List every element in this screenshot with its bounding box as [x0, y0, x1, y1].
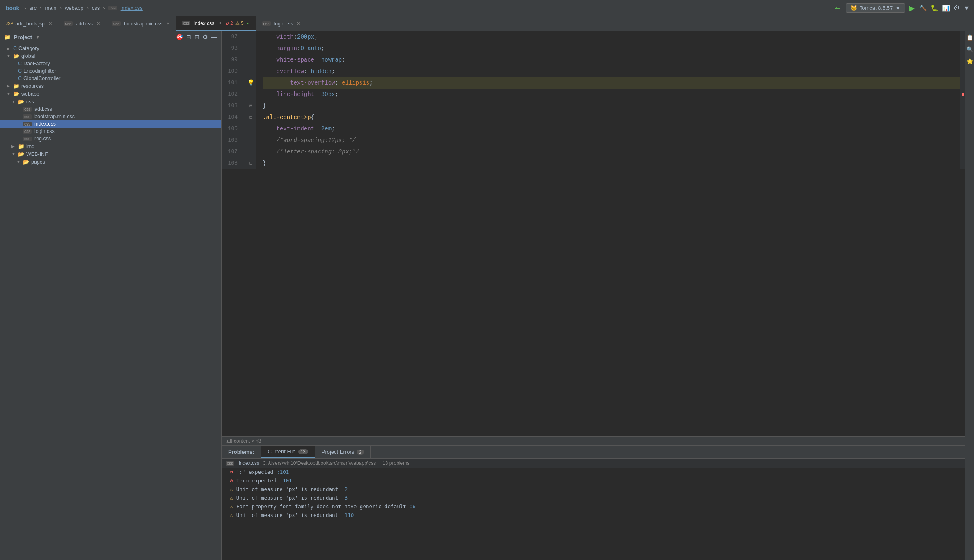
tree-item-index-css[interactable]: css index.css	[0, 120, 221, 128]
tab-add-css[interactable]: css add.css ✕	[58, 16, 106, 31]
tree-arrow-global: ▼	[7, 54, 11, 58]
close-tab-login-css[interactable]: ✕	[297, 21, 300, 26]
gutter-99	[246, 54, 256, 66]
tab-bootstrap-min-css[interactable]: css bootstrap.min.css ✕	[106, 16, 176, 31]
tab-add-book-jsp[interactable]: JSP add_book.jsp ✕	[0, 16, 58, 31]
tree-item-pages[interactable]: ▼ 📂 pages	[0, 158, 221, 166]
dropdown-icon[interactable]: ▼	[963, 5, 970, 12]
close-tab-index-css[interactable]: ✕	[218, 21, 222, 26]
tab-label-index-css: index.css	[194, 21, 214, 26]
top-bar-right: ← 🐱 Tomcat 8.5.57 ▼ ▶ 🔨 🐛 📊 ⏱ ▼	[834, 3, 970, 13]
code-line-104: .alt-content>p{	[263, 112, 960, 123]
activity-icon-1[interactable]: 📋	[967, 34, 973, 41]
close-tab-add-css[interactable]: ✕	[96, 21, 100, 26]
fold-icon-108[interactable]: ⊟	[249, 158, 252, 169]
problem-row-4[interactable]: ⚠ Unit of measure 'px' is redundant :3	[222, 494, 965, 502]
activity-icon-2[interactable]: 🔍	[967, 46, 973, 53]
tree-item-css-folder[interactable]: ▼ 📂 css	[0, 98, 221, 105]
back-arrow-icon[interactable]: ←	[834, 3, 842, 13]
gutter-101[interactable]: 💡	[246, 77, 256, 89]
problem-message-1: ':' expected	[236, 469, 273, 475]
tomcat-selector[interactable]: 🐱 Tomcat 8.5.57 ▼	[846, 3, 905, 13]
code-line-107: /*letter-spacing: 3px;*/	[263, 146, 960, 158]
problem-message-5: Font property font-family does not have …	[236, 503, 406, 510]
tree-item-web-inf[interactable]: ▼ 📂 WEB-INF	[0, 150, 221, 158]
folder-open-icon-webinf: 📂	[18, 151, 25, 157]
editor-area[interactable]: 97 98 99 100 101 102 103 104 105 106 107…	[222, 31, 965, 445]
close-tab-add-book[interactable]: ✕	[48, 21, 52, 26]
locate-icon[interactable]: 🎯	[176, 34, 183, 40]
tree-item-daofactory[interactable]: C DaoFactory	[0, 60, 221, 67]
tree-item-category[interactable]: ▶ C Category	[0, 45, 221, 52]
gutter-104[interactable]: ⊟	[246, 112, 256, 123]
tree-item-reg-css[interactable]: css reg.css	[0, 135, 221, 142]
run-button[interactable]: ▶	[909, 4, 915, 13]
timer-icon[interactable]: ⏱	[953, 5, 960, 12]
tree-item-add-css[interactable]: css add.css	[0, 105, 221, 113]
close-tab-bootstrap[interactable]: ✕	[166, 21, 170, 26]
collapse-icon[interactable]: ⊟	[186, 34, 191, 40]
problem-message-2: Term expected	[236, 478, 277, 484]
brand-logo[interactable]: ibook	[4, 5, 19, 11]
problem-line-1: :101	[277, 469, 289, 475]
tab-label-bootstrap: bootstrap.min.css	[124, 21, 162, 27]
tree-item-img[interactable]: ▶ 📁 img	[0, 142, 221, 150]
breadcrumb-file[interactable]: index.css	[121, 5, 143, 11]
code-line-106: /*word-spacing:12px; */	[263, 135, 960, 146]
code-content[interactable]: width:200px; margin:0 auto; white-space:…	[256, 31, 960, 169]
code-editor[interactable]: 97 98 99 100 101 102 103 104 105 106 107…	[222, 31, 965, 436]
tree-item-encodingfilter[interactable]: C EncodingFilter	[0, 67, 221, 75]
fold-icon-104[interactable]: ⊟	[249, 112, 252, 123]
settings-gear-icon[interactable]: ⚙	[203, 34, 208, 40]
sidebar: 📁 Project ▼ 🎯 ⊟ ⊞ ⚙ — ▶ C Category ▼ 📂	[0, 31, 222, 560]
activity-icon-3[interactable]: ⭐	[967, 58, 973, 64]
tree-item-webapp[interactable]: ▼ 📂 webapp	[0, 90, 221, 98]
tree-arrow-category: ▶	[7, 46, 11, 51]
breadcrumb-webapp[interactable]: webapp	[65, 5, 84, 11]
tab-current-file[interactable]: Current File 13	[261, 446, 315, 458]
ln-104: 104	[222, 112, 242, 123]
tree-item-globalcontroller[interactable]: C GlobalController	[0, 75, 221, 82]
breadcrumb-main[interactable]: main	[45, 5, 56, 11]
problem-row-5[interactable]: ⚠ Font property font-family does not hav…	[222, 502, 965, 511]
tree-item-resources[interactable]: ▶ 📁 resources	[0, 82, 221, 90]
tree-item-login-css[interactable]: css login.css	[0, 128, 221, 135]
problem-row-6[interactable]: ⚠ Unit of measure 'px' is redundant :110	[222, 511, 965, 519]
tree-label-add-css: add.css	[34, 106, 52, 112]
expand-icon[interactable]: ⊞	[194, 34, 199, 40]
minus-icon[interactable]: —	[211, 34, 217, 40]
problem-row-3[interactable]: ⚠ Unit of measure 'px' is redundant :2	[222, 485, 965, 494]
breadcrumb-css[interactable]: css	[92, 5, 100, 11]
gutter-108[interactable]: ⊟	[246, 158, 256, 169]
tree-label-webapp: webapp	[21, 91, 39, 97]
build-icon[interactable]: 🔨	[919, 4, 927, 12]
tab-project-errors[interactable]: Project Errors 2	[315, 446, 371, 458]
tree-item-global[interactable]: ▼ 📂 global	[0, 52, 221, 60]
tab-index-css[interactable]: css index.css ✕ ⊘ 2 ⚠ 5 ✓	[176, 16, 256, 31]
css-file-icon-index: css	[23, 122, 32, 126]
problems-panel: Problems: Current File 13 Project Errors…	[222, 445, 965, 560]
main-layout: 📁 Project ▼ 🎯 ⊟ ⊞ ⚙ — ▶ C Category ▼ 📂	[0, 31, 974, 560]
fold-icon-103[interactable]: ⊟	[249, 100, 252, 112]
breadcrumb-src[interactable]: src	[30, 5, 37, 11]
sidebar-header-icons: 🎯 ⊟ ⊞ ⚙ —	[176, 34, 217, 40]
coverage-icon[interactable]: 📊	[942, 4, 950, 12]
problem-row-1[interactable]: ⊘ ':' expected :101	[222, 468, 965, 476]
debug-icon[interactable]: 🐛	[931, 4, 939, 12]
tab-bar: JSP add_book.jsp ✕ css add.css ✕ css boo…	[0, 16, 974, 31]
class-icon-globalcontroller: C	[18, 75, 22, 81]
tab-login-css[interactable]: css login.css ✕	[256, 16, 307, 31]
sidebar-dropdown-arrow[interactable]: ▼	[35, 34, 40, 40]
folder-open-icon-pages: 📂	[23, 159, 30, 165]
gutter-103[interactable]: ⊟	[246, 100, 256, 112]
sidebar-header: 📁 Project ▼ 🎯 ⊟ ⊞ ⚙ —	[0, 31, 221, 43]
gutter-98	[246, 43, 256, 54]
tree-item-bootstrap-css[interactable]: css bootstrap.min.css	[0, 113, 221, 120]
problems-title: Problems:	[228, 449, 254, 455]
sidebar-folder-icon: 📁	[4, 34, 11, 40]
problem-row-2[interactable]: ⊘ Term expected :101	[222, 476, 965, 485]
tab-project-errors-label: Project Errors	[322, 449, 354, 455]
folder-icon-resources: 📁	[13, 83, 20, 89]
ln-102: 102	[222, 89, 242, 100]
lightbulb-icon[interactable]: 💡	[247, 77, 254, 89]
